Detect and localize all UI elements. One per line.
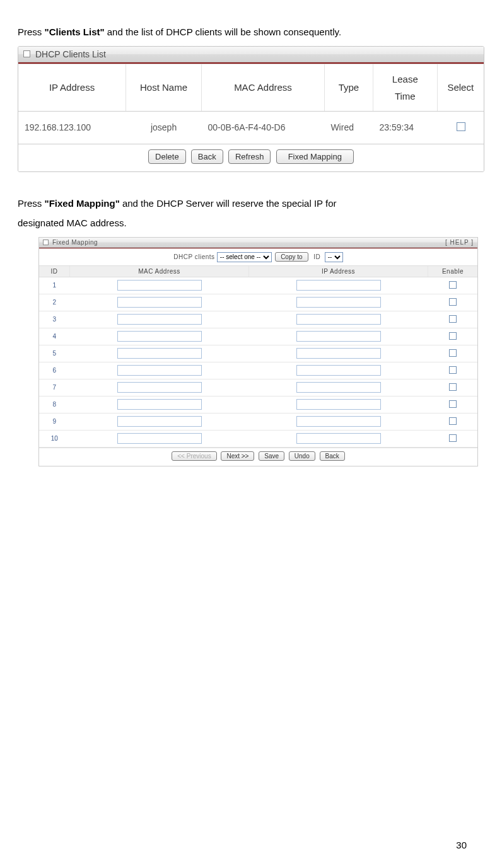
mac-input[interactable] bbox=[117, 382, 202, 393]
delete-button[interactable]: Delete bbox=[148, 149, 186, 164]
row-mac-cell bbox=[70, 277, 249, 294]
row-mac-cell bbox=[70, 328, 249, 345]
enable-checkbox[interactable] bbox=[449, 366, 457, 374]
intro1-pre: Press bbox=[18, 26, 45, 37]
table-row: 10 bbox=[39, 430, 477, 447]
row-id: 7 bbox=[39, 379, 70, 396]
enable-checkbox[interactable] bbox=[449, 417, 457, 425]
row-ip-cell bbox=[249, 294, 428, 311]
undo-button[interactable]: Undo bbox=[289, 451, 315, 461]
fixed-mapping-panel: Fixed Mapping [ HELP ] DHCP clients -- s… bbox=[38, 237, 478, 466]
ip-input[interactable] bbox=[296, 365, 381, 376]
enable-checkbox[interactable] bbox=[449, 298, 457, 306]
help-link[interactable]: [ HELP ] bbox=[445, 239, 474, 246]
row-enable-cell bbox=[428, 328, 478, 345]
row-ip-cell bbox=[249, 430, 428, 447]
back2-button[interactable]: Back bbox=[320, 451, 345, 461]
table-row: 8 bbox=[39, 396, 477, 413]
intro1-bold: "Clients List" bbox=[45, 26, 105, 37]
row-mac-cell bbox=[70, 362, 249, 379]
enable-checkbox[interactable] bbox=[449, 315, 457, 323]
table-row: 5 bbox=[39, 345, 477, 362]
row-ip-cell bbox=[249, 413, 428, 430]
row-ip-cell bbox=[249, 345, 428, 362]
row-ip-cell bbox=[249, 379, 428, 396]
row-ip-cell bbox=[249, 277, 428, 294]
back-button[interactable]: Back bbox=[191, 149, 223, 164]
col-lease-1: Lease bbox=[377, 71, 433, 88]
minimize-icon bbox=[43, 240, 49, 245]
enable-checkbox[interactable] bbox=[449, 349, 457, 357]
ip-input[interactable] bbox=[296, 297, 381, 308]
table-row: 9 bbox=[39, 413, 477, 430]
ip-input[interactable] bbox=[296, 280, 381, 291]
col-type: Type bbox=[324, 64, 373, 112]
enable-checkbox[interactable] bbox=[449, 434, 457, 442]
dhcp-clients-title: DHCP Clients List bbox=[35, 49, 106, 59]
table-row: 4 bbox=[39, 328, 477, 345]
row-enable-cell bbox=[428, 294, 478, 311]
row-mac-cell bbox=[70, 294, 249, 311]
table-row: 1 bbox=[39, 277, 477, 294]
enable-checkbox[interactable] bbox=[449, 400, 457, 408]
row-id: 10 bbox=[39, 430, 70, 447]
row-enable-cell bbox=[428, 345, 478, 362]
minimize-icon bbox=[23, 50, 30, 57]
cell-select bbox=[437, 111, 484, 144]
col-select: Select bbox=[437, 64, 484, 112]
row-ip-cell bbox=[249, 396, 428, 413]
table-row: 192.168.123.100 joseph 00-0B-6A-F4-40-D6… bbox=[18, 111, 484, 144]
refresh-button[interactable]: Refresh bbox=[228, 149, 271, 164]
mac-input[interactable] bbox=[117, 399, 202, 410]
row-id: 2 bbox=[39, 294, 70, 311]
ip-input[interactable] bbox=[296, 399, 381, 410]
row-id: 6 bbox=[39, 362, 70, 379]
mac-input[interactable] bbox=[117, 297, 202, 308]
row-mac-cell bbox=[70, 311, 249, 328]
page-number: 30 bbox=[456, 840, 467, 850]
mac-input[interactable] bbox=[117, 314, 202, 325]
mac-input[interactable] bbox=[117, 331, 202, 342]
next-button[interactable]: Next >> bbox=[221, 451, 254, 461]
mac-input[interactable] bbox=[117, 433, 202, 444]
row-id: 8 bbox=[39, 396, 70, 413]
cell-mac: 00-0B-6A-F4-40-D6 bbox=[202, 111, 325, 144]
row-ip-cell bbox=[249, 311, 428, 328]
row-enable-cell bbox=[428, 277, 478, 294]
col-lease: Lease Time bbox=[373, 64, 438, 112]
row-mac-cell bbox=[70, 345, 249, 362]
enable-checkbox[interactable] bbox=[449, 383, 457, 391]
row-id: 5 bbox=[39, 345, 70, 362]
row-mac-cell bbox=[70, 430, 249, 447]
mapping-nav-row: << Previous Next >> Save Undo Back bbox=[39, 448, 477, 466]
row-mac-cell bbox=[70, 396, 249, 413]
mac-input[interactable] bbox=[117, 348, 202, 359]
copy-to-button[interactable]: Copy to bbox=[275, 252, 308, 262]
table-row: 3 bbox=[39, 311, 477, 328]
ip-input[interactable] bbox=[296, 331, 381, 342]
ip-input[interactable] bbox=[296, 433, 381, 444]
col-ip: IP Address bbox=[18, 64, 126, 112]
mac-input[interactable] bbox=[117, 365, 202, 376]
ip-input[interactable] bbox=[296, 348, 381, 359]
id-label: ID bbox=[313, 253, 320, 260]
ip-input[interactable] bbox=[296, 314, 381, 325]
enable-checkbox[interactable] bbox=[449, 332, 457, 340]
cell-ip: 192.168.123.100 bbox=[18, 111, 126, 144]
row-id: 1 bbox=[39, 277, 70, 294]
select-checkbox[interactable] bbox=[457, 122, 465, 131]
col-mac: MAC Address bbox=[70, 266, 249, 277]
mac-input[interactable] bbox=[117, 280, 202, 291]
ip-input[interactable] bbox=[296, 416, 381, 427]
prev-button[interactable]: << Previous bbox=[172, 451, 216, 461]
enable-checkbox[interactable] bbox=[449, 281, 457, 289]
fixed-mapping-button[interactable]: Fixed Mapping bbox=[276, 149, 354, 164]
dhcp-clients-panel: DHCP Clients List IP Address Host Name M… bbox=[18, 46, 484, 172]
id-select[interactable]: -- bbox=[325, 252, 343, 262]
fixed-mapping-header: Fixed Mapping [ HELP ] bbox=[39, 238, 477, 248]
dhcp-clients-select[interactable]: -- select one -- bbox=[217, 252, 272, 262]
intro-text-1: Press "Clients List" and the list of DHC… bbox=[18, 22, 484, 42]
ip-input[interactable] bbox=[296, 382, 381, 393]
save-button[interactable]: Save bbox=[259, 451, 284, 461]
mac-input[interactable] bbox=[117, 416, 202, 427]
